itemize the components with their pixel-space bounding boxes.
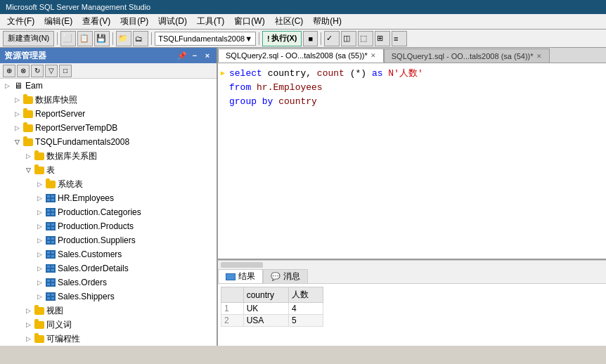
- tree-views[interactable]: ▷ 视图: [0, 304, 217, 318]
- h-scroll-thumb[interactable]: [221, 262, 263, 268]
- menu-debug[interactable]: 调试(D): [154, 14, 191, 29]
- menu-window[interactable]: 窗口(W): [230, 14, 269, 29]
- synonyms-label: 同义词: [46, 319, 72, 331]
- toolbar-icon-7[interactable]: ◫: [341, 31, 356, 46]
- tree-dbdiagram[interactable]: ▷ 数据库关系图: [0, 149, 217, 163]
- sales-orders-toggle[interactable]: ▷: [34, 279, 45, 286]
- prod-products-toggle[interactable]: ▷: [34, 223, 45, 230]
- tab-sqlquery1[interactable]: SQLQuery1.sql - OO...tals2008 (sa (54))*…: [384, 48, 550, 63]
- prog-toggle[interactable]: ▷: [22, 335, 34, 342]
- row1-country: UK: [243, 303, 288, 315]
- synonyms-toggle[interactable]: ▷: [22, 321, 34, 328]
- reportserver-toggle[interactable]: ▷: [11, 110, 22, 117]
- panel-close-btn[interactable]: ×: [202, 51, 212, 60]
- tsql-toggle[interactable]: ▽: [11, 138, 22, 145]
- menu-edit[interactable]: 编辑(E): [40, 14, 77, 29]
- tab-sqlquery1-close[interactable]: ✕: [536, 53, 542, 60]
- tree-production-categories[interactable]: ▷ Production.Categories: [0, 205, 217, 219]
- tab-sqlquery2-close[interactable]: ✕: [370, 52, 376, 59]
- tree-production-products[interactable]: ▷ Production.Products: [0, 219, 217, 233]
- toolbar-icon-btn-4[interactable]: 📁: [116, 31, 131, 46]
- sales-customers-label: Sales.Customers: [58, 249, 122, 259]
- prod-suppliers-toggle[interactable]: ▷: [34, 237, 45, 244]
- menu-bar: 文件(F) 编辑(E) 查看(V) 项目(P) 调试(D) 工具(T) 窗口(W…: [0, 14, 606, 30]
- db-selector-value: TSQLFundamentals2008: [158, 34, 245, 43]
- sales-shippers-toggle[interactable]: ▷: [34, 293, 45, 300]
- db-selector-dropdown[interactable]: TSQLFundamentals2008 ▼: [155, 32, 256, 46]
- stop-server-btn[interactable]: □: [59, 65, 72, 77]
- panel-minimize-btn[interactable]: −: [190, 51, 200, 60]
- prod-categories-toggle[interactable]: ▷: [34, 209, 45, 216]
- tree-sales-customers[interactable]: ▷ Sales.Customers: [0, 247, 217, 261]
- tree-production-suppliers[interactable]: ▷ Production.Suppliers: [0, 233, 217, 247]
- prod-products-label: Production.Products: [58, 221, 134, 231]
- tree-systables[interactable]: ▷ 系统表: [0, 177, 217, 191]
- toolbar-icon-btn-2[interactable]: 📋: [77, 31, 93, 46]
- toolbar-icon-btn-1[interactable]: ⬜: [60, 31, 76, 46]
- toolbar-icon-8[interactable]: ⬚: [358, 31, 373, 46]
- menu-tools[interactable]: 工具(T): [193, 14, 228, 29]
- server-label: Eam: [25, 81, 43, 91]
- sales-orderdetails-toggle[interactable]: ▷: [34, 265, 45, 272]
- panel-header-btns: 📌 − ×: [177, 51, 212, 60]
- tab-sqlquery2[interactable]: SQLQuery2.sql - OO...tals2008 (sa (55))*…: [218, 48, 384, 63]
- views-toggle[interactable]: ▷: [22, 307, 34, 314]
- reportservertempdb-toggle[interactable]: ▷: [11, 124, 22, 131]
- refresh-btn[interactable]: ↻: [31, 65, 44, 77]
- menu-file[interactable]: 文件(F): [3, 14, 39, 29]
- right-panel: SQLQuery2.sql - OO...tals2008 (sa (55))*…: [218, 48, 606, 346]
- results-tab-messages[interactable]: 💬 消息: [263, 269, 308, 283]
- tree-sales-orderdetails[interactable]: ▷ Sales.OrderDetails: [0, 261, 217, 275]
- table-sales-orderdetails-icon: [45, 263, 56, 274]
- hr-employees-toggle[interactable]: ▷: [34, 195, 45, 202]
- folder-snapshot-icon: [22, 94, 34, 105]
- tree-reportserver[interactable]: ▷ ReportServer: [0, 107, 217, 121]
- tree-root[interactable]: ▷ 🖥 Eam: [0, 79, 217, 93]
- stop-button[interactable]: ■: [303, 31, 318, 46]
- tables-toggle[interactable]: ▽: [22, 167, 34, 174]
- main-layout: 资源管理器 📌 − × ⊕ ⊗ ↻ ▽ □ ▷ 🖥 Eam ▷: [0, 48, 606, 346]
- tree-programmability[interactable]: ▷ 可编程性: [0, 332, 217, 346]
- reportservertempdb-label: ReportServerTempDB: [35, 123, 117, 133]
- tree-tables[interactable]: ▽ 表: [0, 163, 217, 177]
- menu-help[interactable]: 帮助(H): [309, 14, 346, 29]
- dbdiagram-toggle[interactable]: ▷: [22, 152, 34, 160]
- table-hr-employees-icon: [45, 193, 56, 204]
- tree-hr-employees[interactable]: ▷ HR.Employees: [0, 191, 217, 205]
- col-rownum: [221, 287, 244, 303]
- results-tab-results[interactable]: 结果: [218, 269, 263, 283]
- col-country: country: [243, 287, 288, 303]
- disconnect-btn[interactable]: ⊗: [17, 65, 30, 77]
- horizontal-scrollbar[interactable]: [218, 260, 606, 268]
- connect-btn[interactable]: ⊕: [3, 65, 15, 77]
- new-query-button[interactable]: 新建查询(N): [3, 31, 54, 46]
- toolbar-icon-btn-5[interactable]: 🗂: [133, 31, 148, 46]
- hr-employees-label: HR.Employees: [58, 193, 114, 203]
- results-tab-messages-label: 消息: [283, 271, 300, 282]
- toolbar-icon-btn-3[interactable]: 💾: [94, 31, 110, 46]
- sales-orders-label: Sales.Orders: [58, 278, 107, 287]
- code-text-3: group by country: [229, 96, 317, 107]
- db-selector-arrow[interactable]: ▼: [245, 34, 252, 43]
- tree-db-snapshot[interactable]: ▷ 数据库快照: [0, 93, 217, 107]
- toolbar-icon-10[interactable]: ≡: [392, 31, 407, 46]
- toolbar-icon-9[interactable]: ⊞: [375, 31, 390, 46]
- toolbar-icon-6[interactable]: ✓: [324, 31, 340, 46]
- sales-customers-toggle[interactable]: ▷: [34, 251, 45, 258]
- tree-sales-orders[interactable]: ▷ Sales.Orders: [0, 275, 217, 290]
- tree-reportservertempdb[interactable]: ▷ ReportServerTempDB: [0, 121, 217, 135]
- execute-button[interactable]: ! 执行(X): [262, 31, 302, 46]
- tab-sqlquery2-label: SQLQuery2.sql - OO...tals2008 (sa (55))*: [226, 51, 368, 60]
- filter-btn[interactable]: ▽: [45, 65, 58, 77]
- systables-toggle[interactable]: ▷: [34, 181, 45, 188]
- menu-community[interactable]: 社区(C): [271, 14, 308, 29]
- tree-tsqlfundamentals[interactable]: ▽ TSQLFundamentals2008: [0, 135, 217, 149]
- snapshot-toggle[interactable]: ▷: [11, 96, 22, 103]
- tree-sales-shippers[interactable]: ▷ Sales.Shippers: [0, 290, 217, 304]
- menu-project[interactable]: 项目(P): [116, 14, 153, 29]
- code-editor[interactable]: ▶ select country, count (*) as N'人数' fro…: [218, 63, 606, 260]
- menu-view[interactable]: 查看(V): [78, 14, 115, 29]
- panel-pin-btn[interactable]: 📌: [177, 51, 187, 60]
- root-toggle[interactable]: ▷: [1, 82, 13, 89]
- tree-synonyms[interactable]: ▷ 同义词: [0, 318, 217, 332]
